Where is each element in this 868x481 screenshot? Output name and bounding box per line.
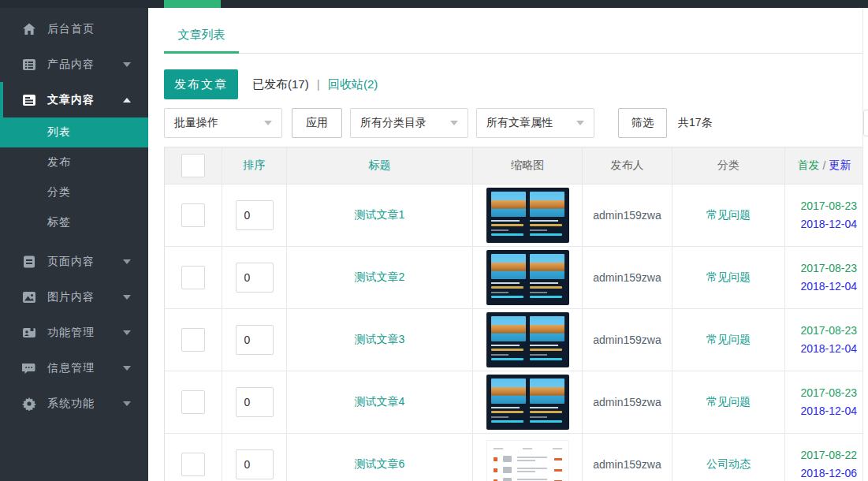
- update-date: 2018-12-04: [800, 278, 857, 296]
- row-checkbox-cell: [165, 434, 222, 481]
- sidebar-item-images[interactable]: 图片内容: [0, 279, 148, 315]
- table-header-row: 排序 标题 缩略图 发布人 分类 首发 / 更新: [165, 147, 862, 184]
- submenu-item-list[interactable]: 列表: [0, 117, 148, 147]
- header-update[interactable]: 更新: [829, 158, 851, 173]
- sort-order-input[interactable]: [236, 449, 274, 479]
- chevron-down-icon: [123, 62, 131, 67]
- sidebar-item-label: 图片内容: [47, 290, 95, 304]
- row-checkbox[interactable]: [181, 390, 205, 414]
- category-link[interactable]: 常见问题: [706, 333, 751, 347]
- select-all-checkbox[interactable]: [181, 154, 205, 177]
- bulk-action-value: 批量操作: [174, 116, 218, 130]
- header-title[interactable]: 标题: [287, 147, 473, 184]
- sidebar-item-articles[interactable]: 文章内容: [0, 82, 148, 117]
- chevron-down-icon: [123, 330, 131, 335]
- first-publish-date: 2017-08-23: [800, 384, 857, 402]
- publish-article-button[interactable]: 发布文章: [164, 69, 238, 99]
- sidebar-item-dashboard[interactable]: 后台首页: [0, 11, 148, 47]
- attribute-select-value: 所有文章属性: [486, 116, 553, 130]
- row-checkbox[interactable]: [181, 203, 205, 227]
- top-strip-accent: [164, 0, 221, 8]
- row-checkbox[interactable]: [181, 328, 205, 352]
- row-checkbox[interactable]: [181, 266, 205, 289]
- row-dates-cell: 2017-08-23 2018-12-04: [785, 185, 863, 246]
- sort-order-input[interactable]: [236, 387, 274, 417]
- attribute-select[interactable]: 所有文章属性: [476, 108, 594, 138]
- row-category-cell: 公司动态: [672, 434, 785, 481]
- submenu-item-label: 列表: [47, 125, 71, 140]
- article-title-link[interactable]: 测试文章1: [355, 208, 405, 222]
- article-title-link[interactable]: 测试文章2: [355, 270, 405, 285]
- sort-order-input[interactable]: [236, 325, 274, 355]
- update-date: 2018-12-04: [800, 402, 857, 420]
- category-link[interactable]: 常见问题: [706, 270, 751, 285]
- category-link[interactable]: 常见问题: [706, 395, 751, 409]
- update-date: 2018-12-04: [800, 340, 857, 358]
- top-strip: [0, 0, 868, 8]
- category-select[interactable]: 所有分类目录: [350, 108, 468, 138]
- row-title-cell: 测试文章6: [287, 434, 473, 481]
- total-count-label: 共17条: [678, 116, 713, 130]
- table-row: 测试文章6 admin159zwa 公司动态 2017-08-22 2018-1…: [165, 433, 862, 481]
- gear-icon: [22, 397, 36, 411]
- row-dates-cell: 2017-08-23 2018-12-04: [785, 309, 863, 371]
- category-link[interactable]: 常见问题: [706, 208, 751, 222]
- category-link[interactable]: 公司动态: [706, 457, 751, 472]
- sidebar-item-system[interactable]: 系统功能: [0, 386, 148, 421]
- table-row: 测试文章1 admin159zwa 常见问题 2017-08-23 2018-1…: [165, 184, 862, 246]
- chevron-down-icon: [123, 366, 131, 371]
- table-row: 测试文章2 admin159zwa 常见问题 2017-08-23 2018-1…: [165, 246, 862, 308]
- chevron-down-icon: [450, 121, 458, 125]
- content-container: 文章列表 发布文章 已发布(17) | 回收站(2) 批量操作 应用 所有分类目…: [164, 8, 863, 481]
- article-title-link[interactable]: 测试文章6: [355, 457, 405, 472]
- header-dates[interactable]: 首发 / 更新: [785, 147, 863, 184]
- apply-button[interactable]: 应用: [292, 108, 342, 138]
- bulk-action-select[interactable]: 批量操作: [164, 108, 282, 138]
- publisher-name: admin159zwa: [583, 185, 672, 246]
- row-sort-cell: [222, 247, 287, 308]
- submenu-gap: [0, 237, 148, 244]
- sidebar-item-functions[interactable]: 功能管理: [0, 315, 148, 350]
- tab-article-list[interactable]: 文章列表: [164, 21, 239, 54]
- sidebar: 后台首页 产品内容 文章内容 列表 发布 分类 标签 页面内: [0, 8, 148, 481]
- row-thumbnail-cell: [473, 434, 583, 481]
- article-thumbnail: [486, 375, 569, 430]
- tab-bar: 文章列表: [164, 8, 862, 54]
- sidebar-item-label: 页面内容: [47, 255, 95, 269]
- sidebar-item-messages[interactable]: 信息管理: [0, 350, 148, 386]
- row-checkbox[interactable]: [181, 453, 205, 476]
- article-title-link[interactable]: 测试文章4: [355, 395, 405, 409]
- table-row: 测试文章4 admin159zwa 常见问题 2017-08-23 2018-1…: [165, 371, 862, 433]
- filter-bar: 批量操作 应用 所有分类目录 所有文章属性 筛选 共17条: [164, 108, 862, 138]
- submenu-item-label: 分类: [47, 185, 71, 199]
- row-checkbox-cell: [165, 309, 222, 371]
- sidebar-item-products[interactable]: 产品内容: [0, 47, 148, 82]
- row-dates-cell: 2017-08-23 2018-12-04: [785, 247, 863, 308]
- header-first-publish[interactable]: 首发: [798, 158, 820, 173]
- articles-submenu: 列表 发布 分类 标签: [0, 117, 148, 244]
- submenu-item-publish[interactable]: 发布: [0, 147, 148, 177]
- publisher-name: admin159zwa: [583, 247, 672, 308]
- sidebar-item-label: 后台首页: [47, 22, 95, 36]
- header-thumbnail: 缩略图: [473, 147, 583, 184]
- table-row: 测试文章3 admin159zwa 常见问题 2017-08-23 2018-1…: [165, 308, 862, 371]
- row-checkbox-cell: [165, 247, 222, 308]
- main-content: 文章列表 发布文章 已发布(17) | 回收站(2) 批量操作 应用 所有分类目…: [148, 8, 868, 481]
- publish-stats: 已发布(17) | 回收站(2): [252, 77, 378, 92]
- sort-order-input[interactable]: [236, 200, 274, 230]
- article-title-link[interactable]: 测试文章3: [355, 333, 405, 347]
- chevron-down-icon: [123, 259, 131, 264]
- module-icon: [22, 326, 36, 340]
- sidebar-item-pages[interactable]: 页面内容: [0, 244, 148, 279]
- header-sort[interactable]: 排序: [222, 147, 287, 184]
- article-icon: [22, 93, 36, 107]
- clipped-control[interactable]: [863, 110, 868, 136]
- header-date-separator: /: [823, 159, 826, 172]
- submenu-item-label: 标签: [47, 215, 71, 229]
- row-sort-cell: [222, 185, 287, 246]
- submenu-item-category[interactable]: 分类: [0, 177, 148, 207]
- sort-order-input[interactable]: [236, 263, 274, 293]
- recycle-bin-link[interactable]: 回收站(2): [328, 77, 378, 91]
- filter-button[interactable]: 筛选: [618, 108, 667, 138]
- submenu-item-tags[interactable]: 标签: [0, 207, 148, 237]
